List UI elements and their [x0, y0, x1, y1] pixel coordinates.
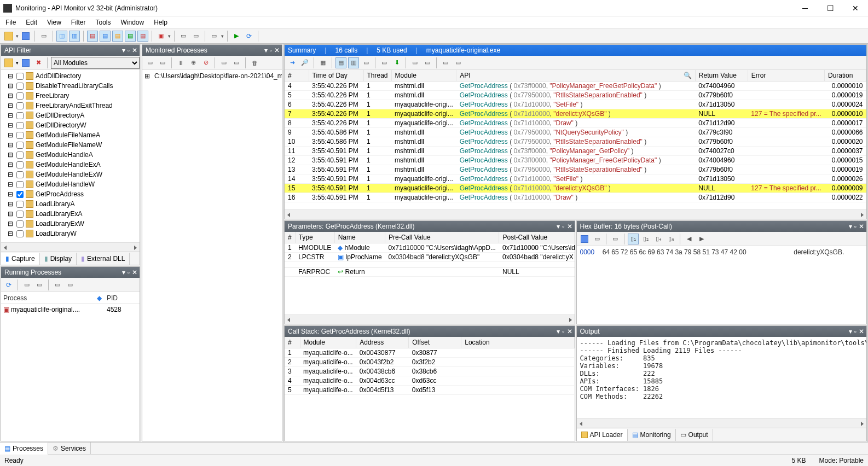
- tab-processes[interactable]: ▤Processes: [0, 442, 48, 455]
- filter-checkbox[interactable]: [16, 73, 24, 80]
- mon-tb-1[interactable]: ▭: [144, 57, 155, 68]
- summary-row[interactable]: 7 3:55:40.226 PM 1 myaquaticlife-origi..…: [285, 109, 866, 119]
- proc-tb-2[interactable]: ▭: [34, 279, 45, 290]
- tab-monitoring[interactable]: ▤Monitoring: [628, 429, 676, 441]
- sort-icon[interactable]: ◆: [97, 294, 107, 302]
- api-filter-item[interactable]: ⊟GetDllDirectoryA: [3, 110, 137, 120]
- close-button[interactable]: ✕: [843, 0, 868, 16]
- tb-play-icon[interactable]: ▶: [231, 31, 242, 42]
- hex-width-8[interactable]: ▯₈: [666, 234, 676, 244]
- tb-window-1[interactable]: ▭: [178, 31, 189, 42]
- hex-next-icon[interactable]: ▶: [696, 234, 707, 244]
- tab-services[interactable]: ⚙Services: [48, 442, 91, 455]
- sum-tb-tree1[interactable]: ▤: [335, 57, 346, 68]
- filter-clear-icon[interactable]: ✖: [33, 57, 44, 68]
- filter-checkbox[interactable]: [16, 83, 24, 90]
- tb-window-2[interactable]: ▭: [190, 31, 201, 42]
- tb-panel-5[interactable]: ▤: [137, 31, 148, 42]
- api-filter-item[interactable]: ⊟LoadLibraryW: [3, 229, 137, 238]
- hex-prev-icon[interactable]: ◀: [684, 234, 695, 244]
- summary-row[interactable]: 10 3:55:40.586 PM 1 mshtml.dll GetProcAd…: [285, 137, 866, 147]
- scrollbar[interactable]: [285, 314, 575, 324]
- search-icon[interactable]: [684, 72, 692, 79]
- scrollbar[interactable]: [285, 209, 866, 219]
- callstack-row[interactable]: 2myaquaticlife-o...0x0043f2b20x3f2b2: [285, 358, 574, 367]
- filter-checkbox[interactable]: [16, 181, 24, 188]
- api-filter-item[interactable]: ⊟AddDllDirectory: [3, 71, 137, 81]
- mon-tb-close[interactable]: ⊘: [200, 57, 211, 68]
- sum-tb-clip[interactable]: ▭: [379, 57, 390, 68]
- col-pid[interactable]: PID: [107, 294, 140, 302]
- filter-checkbox[interactable]: [16, 211, 24, 218]
- proc-tb-1[interactable]: ▭: [21, 279, 32, 290]
- summary-row[interactable]: 16 3:55:40.591 PM 1 myaquaticlife-origi.…: [285, 193, 866, 202]
- tab-apiloader[interactable]: API Loader: [577, 429, 628, 441]
- sum-tb-bp3[interactable]: ▭: [440, 57, 451, 68]
- tb-panel-3[interactable]: ▤: [112, 31, 123, 42]
- maximize-button[interactable]: ☐: [818, 0, 843, 16]
- filter-checkbox[interactable]: [16, 112, 24, 119]
- tab-capture[interactable]: ▮Capture: [1, 253, 40, 265]
- api-filter-item[interactable]: ⊟FreeLibraryAndExitThread: [3, 101, 137, 110]
- api-filter-item[interactable]: ⊟GetModuleHandleA: [3, 150, 137, 160]
- filter-save-icon[interactable]: [20, 57, 31, 68]
- tb-panel-1[interactable]: ▤: [87, 31, 98, 42]
- api-filter-item[interactable]: ⊟LoadLibraryA: [3, 199, 137, 209]
- tb-btn-1[interactable]: ▭: [38, 31, 49, 42]
- proc-tb-3[interactable]: ▭: [52, 279, 63, 290]
- mon-tb-2[interactable]: ▭: [157, 57, 168, 68]
- sum-tb-find[interactable]: 🔎: [299, 57, 310, 68]
- summary-row[interactable]: 14 3:55:40.591 PM 1 myaquaticlife-origi.…: [285, 174, 866, 184]
- api-filter-item[interactable]: ⊟GetModuleHandleExA: [3, 160, 137, 170]
- tb-record-icon[interactable]: ▣: [155, 31, 166, 42]
- summary-row[interactable]: 8 3:55:40.226 PM 1 myaquaticlife-origi..…: [285, 119, 866, 128]
- filter-checkbox[interactable]: [16, 161, 24, 168]
- api-filter-item[interactable]: ⊟GetDllDirectoryW: [3, 120, 137, 130]
- mon-tb-trash[interactable]: 🗑: [249, 57, 260, 68]
- hex-width-2[interactable]: ▯₂: [640, 234, 651, 244]
- filter-checkbox[interactable]: [16, 152, 24, 159]
- tab-output[interactable]: ▭Output: [676, 429, 713, 441]
- filter-checkbox[interactable]: [16, 230, 24, 237]
- summary-row[interactable]: 6 3:55:40.226 PM 1 myaquaticlife-origi..…: [285, 100, 866, 109]
- col-n[interactable]: #: [285, 70, 309, 81]
- api-filter-item[interactable]: ⊟LoadLibraryExA: [3, 209, 137, 219]
- sum-tb-bp1[interactable]: ▭: [409, 57, 420, 68]
- proc-tb-4[interactable]: ▭: [65, 279, 76, 290]
- tb-clear-icon[interactable]: ▭: [209, 31, 219, 42]
- mon-tb-target[interactable]: ⊕: [188, 57, 199, 68]
- summary-row[interactable]: 12 3:55:40.591 PM 1 mshtml.dll GetProcAd…: [285, 156, 866, 165]
- sum-tb-tree2[interactable]: ▥: [348, 57, 359, 68]
- param-row[interactable]: 2 LPCSTR ▣ lpProcName 0x0304bad8 "dereli…: [285, 253, 575, 262]
- pane-close-icon[interactable]: ✕: [132, 46, 137, 54]
- hex-tb-1[interactable]: ▭: [610, 234, 621, 244]
- col-error[interactable]: Error: [748, 70, 824, 81]
- filter-checkbox[interactable]: [16, 122, 24, 129]
- col-process[interactable]: Process: [1, 294, 97, 302]
- process-row[interactable]: ▣ myaquaticlife-original.... 4528: [1, 304, 140, 315]
- col-duration[interactable]: Duration: [825, 70, 866, 81]
- sum-tb-bp4[interactable]: ▭: [453, 57, 464, 68]
- api-filter-item[interactable]: ⊟GetProcAddress: [3, 189, 137, 199]
- save-icon[interactable]: [20, 31, 31, 42]
- tb-refresh-icon[interactable]: [244, 31, 254, 42]
- tb-layout-2[interactable]: ▥: [69, 31, 80, 42]
- filter-checkbox[interactable]: [16, 201, 24, 208]
- api-filter-item[interactable]: ⊟GetModuleFileNameA: [3, 130, 137, 140]
- col-time[interactable]: Time of Day: [309, 70, 363, 81]
- scrollbar[interactable]: [1, 242, 140, 252]
- menu-filter[interactable]: Filter: [71, 19, 86, 26]
- tab-external[interactable]: ▮External DLL: [77, 253, 130, 265]
- summary-row[interactable]: 9 3:55:40.586 PM 1 mshtml.dll GetProcAdd…: [285, 128, 866, 137]
- summary-row[interactable]: 13 3:55:40.591 PM 1 mshtml.dll GetProcAd…: [285, 165, 866, 174]
- filter-checkbox[interactable]: [16, 171, 24, 178]
- col-module[interactable]: Module: [391, 70, 456, 81]
- col-thread[interactable]: Thread: [363, 70, 391, 81]
- summary-row[interactable]: 4 3:55:40.226 PM 1 mshtml.dll GetProcAdd…: [285, 81, 866, 91]
- callstack-row[interactable]: 5myaquaticlife-o...0x004d5f130xd5f13: [285, 386, 574, 395]
- hex-save-icon[interactable]: [579, 234, 590, 244]
- tb-panel-2[interactable]: ▤: [100, 31, 111, 42]
- hex-width-4[interactable]: ▯₄: [653, 234, 664, 244]
- mon-tb-6[interactable]: ▭: [231, 57, 242, 68]
- hex-copy-icon[interactable]: ▭: [592, 234, 603, 244]
